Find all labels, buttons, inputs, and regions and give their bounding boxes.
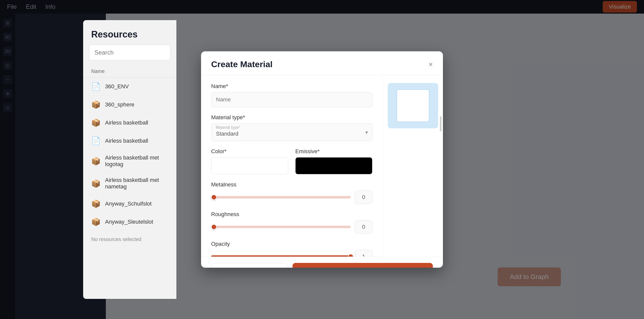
resource-icon-360env: 📄 bbox=[91, 82, 101, 91]
modal-close-button[interactable]: × bbox=[428, 61, 433, 68]
resources-panel-title: Resources bbox=[83, 20, 176, 45]
opacity-thumb bbox=[348, 254, 353, 257]
resources-no-selection: No resources selected bbox=[83, 231, 176, 248]
preview-inner bbox=[397, 89, 429, 122]
color-swatch[interactable] bbox=[211, 157, 288, 174]
preview-box bbox=[388, 83, 438, 128]
roughness-track-wrapper bbox=[211, 226, 351, 228]
resource-name-360sphere: 360_sphere bbox=[105, 101, 134, 108]
metalness-value: 0 bbox=[355, 190, 372, 204]
cancel-button[interactable]: Cancel bbox=[211, 263, 287, 268]
opacity-fill bbox=[211, 255, 351, 257]
modal-footer: Cancel Create bbox=[201, 257, 443, 268]
resource-name-airless2: Airless basketball bbox=[105, 138, 148, 144]
resource-name-sleutelslot: Anyway_Sleutelslot bbox=[105, 219, 153, 225]
modal-body: Name* Material type* Material type* Stan… bbox=[201, 75, 443, 257]
metalness-track-wrapper bbox=[211, 196, 351, 198]
resource-item-360env[interactable]: 📄 360_ENV bbox=[83, 77, 176, 96]
create-button[interactable]: Create bbox=[293, 263, 433, 268]
emissive-group: Emissive* bbox=[295, 148, 372, 174]
resource-item-sleutelslot[interactable]: 📦 Anyway_Sleutelslot bbox=[83, 213, 176, 231]
resource-name-airless-logo: Airless basketball met logotag bbox=[105, 154, 168, 168]
resource-icon-airless-logo: 📦 bbox=[91, 157, 101, 166]
opacity-slider-row: 1 bbox=[211, 250, 372, 257]
resources-search-input[interactable] bbox=[89, 45, 170, 60]
opacity-track-wrapper bbox=[211, 255, 351, 257]
roughness-label: Roughness bbox=[211, 211, 372, 218]
roughness-value: 0 bbox=[355, 220, 372, 234]
metalness-group: Metalness 0 bbox=[211, 181, 372, 204]
resource-icon-airless-name: 📦 bbox=[91, 179, 101, 188]
roughness-group: Roughness 0 bbox=[211, 211, 372, 234]
name-input[interactable] bbox=[211, 92, 372, 107]
name-label: Name* bbox=[211, 83, 372, 90]
metalness-slider-row: 0 bbox=[211, 190, 372, 204]
color-label: Color* bbox=[211, 148, 288, 155]
resources-side-panel: Resources Name 📄 360_ENV 📦 360_sphere 📦 … bbox=[83, 20, 176, 299]
resource-name-airless1: Airless basketball bbox=[105, 119, 148, 126]
modal-preview bbox=[382, 75, 443, 257]
color-row: Color* Emissive* bbox=[211, 148, 372, 174]
resource-icon-360sphere: 📦 bbox=[91, 100, 101, 109]
name-group: Name* bbox=[211, 83, 372, 107]
resource-name-airless-name: Airless basketball met nametag bbox=[105, 177, 168, 190]
resource-icon-schuifslot: 📦 bbox=[91, 199, 101, 208]
modal-form: Name* Material type* Material type* Stan… bbox=[201, 75, 382, 257]
resource-icon-sleutelslot: 📦 bbox=[91, 217, 101, 226]
resource-item-360sphere[interactable]: 📦 360_sphere bbox=[83, 96, 176, 114]
resource-name-schuifslot: Anyway_Schuifslot bbox=[105, 201, 152, 207]
resource-item-airless-name[interactable]: 📦 Airless basketball met nametag bbox=[83, 172, 176, 195]
material-type-sublabel: Material type* bbox=[216, 125, 240, 130]
resource-name-360env: 360_ENV bbox=[105, 83, 129, 90]
resource-item-airless1[interactable]: 📦 Airless basketball bbox=[83, 114, 176, 132]
resources-col-header: Name bbox=[83, 65, 176, 77]
emissive-label: Emissive* bbox=[295, 148, 372, 155]
metalness-label: Metalness bbox=[211, 181, 372, 188]
color-emissive-group: Color* Emissive* bbox=[211, 148, 372, 174]
modal-title: Create Material bbox=[211, 59, 273, 69]
modal-header: Create Material × bbox=[201, 51, 443, 75]
opacity-group: Opacity 1 bbox=[211, 241, 372, 257]
resource-item-airless-logo[interactable]: 📦 Airless basketball met logotag bbox=[83, 150, 176, 172]
resource-icon-airless1: 📦 bbox=[91, 118, 101, 127]
opacity-track bbox=[211, 255, 351, 257]
opacity-value: 1 bbox=[355, 250, 372, 257]
emissive-swatch[interactable] bbox=[295, 157, 372, 174]
create-material-modal: Create Material × Name* Material type* M… bbox=[201, 51, 443, 268]
color-group: Color* bbox=[211, 148, 288, 174]
resource-item-schuifslot[interactable]: 📦 Anyway_Schuifslot bbox=[83, 195, 176, 213]
roughness-slider-row: 0 bbox=[211, 220, 372, 234]
material-type-select-wrapper: Material type* Standard ▾ bbox=[211, 123, 372, 141]
opacity-label: Opacity bbox=[211, 241, 372, 247]
resource-icon-airless2: 📄 bbox=[91, 136, 101, 145]
resource-item-airless2[interactable]: 📄 Airless basketball bbox=[83, 132, 176, 150]
material-type-group: Material type* Material type* Standard ▾ bbox=[211, 114, 372, 141]
scroll-indicator bbox=[440, 116, 441, 131]
material-type-label: Material type* bbox=[211, 114, 372, 121]
